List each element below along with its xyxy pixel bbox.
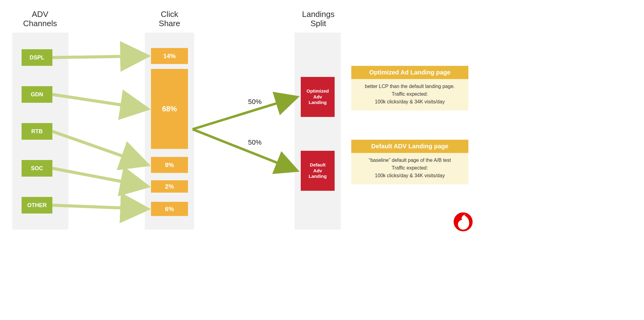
card-optimized-title: Optimized Ad Landing page <box>351 66 468 79</box>
share-gdn-label: 68% <box>162 105 177 113</box>
channel-soc: SOC <box>22 160 52 177</box>
split-label-top: 50% <box>248 98 262 106</box>
landing-default: DefaultAdvLanding <box>301 151 335 191</box>
heading-adv-channels-text: ADVChannels <box>23 10 57 28</box>
svg-line-5 <box>193 97 297 129</box>
split-label-top-text: 50% <box>248 98 262 106</box>
channel-rtb: RTB <box>22 123 52 140</box>
share-rtb-label: 9% <box>165 162 174 169</box>
heading-click-share: ClickShare <box>153 10 186 28</box>
card-default-title: Default ADV Landing page <box>351 140 468 153</box>
heading-adv-channels: ADVChannels <box>18 10 62 28</box>
brand-logo-icon <box>452 211 474 233</box>
flow-arrows <box>0 0 480 239</box>
channel-rtb-label: RTB <box>31 128 43 135</box>
card-optimized: Optimized Ad Landing page better LCP tha… <box>351 66 468 110</box>
card-default-line3: 100k clicks/day & 34K visits/day <box>356 172 464 180</box>
share-dspl-label: 14% <box>163 53 176 60</box>
share-soc: 2% <box>151 180 188 193</box>
heading-click-share-text: ClickShare <box>159 10 180 28</box>
share-dspl: 14% <box>151 48 188 64</box>
landing-optimized-label: OptimizedAdvLanding <box>307 88 329 106</box>
landing-default-label: DefaultAdvLanding <box>309 162 327 179</box>
channel-dspl-label: DSPL <box>30 54 44 61</box>
share-other-label: 6% <box>165 206 174 213</box>
svg-line-6 <box>193 129 297 171</box>
share-soc-label: 2% <box>165 183 174 190</box>
card-default-line1: “baseline” default page of the A/B test <box>356 157 464 164</box>
channel-dspl: DSPL <box>22 49 52 66</box>
channel-gdn-label: GDN <box>31 91 43 98</box>
share-gdn: 68% <box>151 69 188 149</box>
channel-other: OTHER <box>22 197 52 214</box>
card-optimized-line2: Traffic expected: <box>356 90 464 98</box>
card-optimized-body: better LCP than the default landing page… <box>351 79 468 110</box>
split-label-bottom-text: 50% <box>248 138 262 146</box>
landing-optimized: OptimizedAdvLanding <box>301 77 335 117</box>
landings-split-column <box>295 33 341 230</box>
heading-landings-split: LandingsSplit <box>298 10 338 28</box>
split-label-bottom: 50% <box>248 138 262 146</box>
heading-landings-split-text: LandingsSplit <box>302 10 335 28</box>
card-default: Default ADV Landing page “baseline” defa… <box>351 140 468 184</box>
card-optimized-line1: better LCP than the default landing page… <box>356 83 464 90</box>
channel-gdn: GDN <box>22 86 52 103</box>
share-rtb: 9% <box>151 157 188 173</box>
channel-soc-label: SOC <box>31 165 43 172</box>
card-optimized-line3: 100k clicks/day & 34K visits/day <box>356 98 464 106</box>
channel-other-label: OTHER <box>27 202 47 209</box>
share-other: 6% <box>151 202 188 216</box>
card-default-line2: Traffic expected: <box>356 164 464 172</box>
card-default-body: “baseline” default page of the A/B test … <box>351 153 468 184</box>
